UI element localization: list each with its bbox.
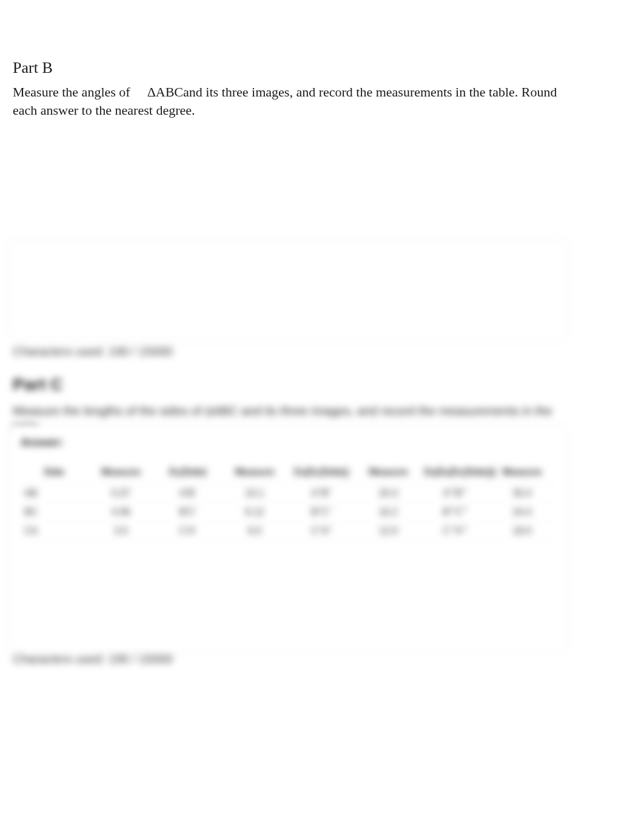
th-d1: D₁(Side) [155, 462, 221, 484]
cell: B''C'' [288, 503, 355, 522]
part-c-answer-panel: Answer: Side Measure D₁(Side) Measure D₂… [9, 425, 567, 652]
cell: AB [21, 484, 87, 503]
th-measure2: Measure [221, 462, 288, 484]
cell: C''A'' [288, 522, 355, 541]
cell: 6.0 [221, 522, 288, 541]
th-d3: D₃(D₂(D₁(Side))) [422, 462, 489, 484]
cell: A'B' [155, 484, 221, 503]
cell: 10.1 [221, 484, 288, 503]
cell: A'''B''' [422, 484, 489, 503]
th-measure1: Measure [87, 462, 154, 484]
part-b-heading: Part B [13, 58, 558, 77]
part-c-char-count: Characters used: 195 / 15000 [13, 652, 173, 666]
part-b-instruction: Measure the angles ofΔABCand its three i… [13, 83, 558, 119]
part-b-char-count: Characters used: 190 / 15000 [13, 345, 173, 359]
cell: B'''C''' [422, 503, 489, 522]
th-d2: D₂(D₁(Side)) [288, 462, 355, 484]
part-c-answer-label: Answer: [21, 436, 555, 449]
cell: C'''A''' [422, 522, 489, 541]
cell: 16.2 [355, 503, 421, 522]
cell: 18.0 [489, 522, 555, 541]
cell: 5.07 [87, 484, 154, 503]
table-row: CA 3.0 C'A' 6.0 C''A'' 12.0 C'''A''' 18.… [21, 522, 555, 541]
cell: 24.4 [489, 503, 555, 522]
part-c-heading: Part C [13, 375, 558, 394]
th-measure3: Measure [355, 462, 421, 484]
cell: 4.06 [87, 503, 154, 522]
cell: BC [21, 503, 87, 522]
table-row: BC 4.06 B'C' 8.12 B''C'' 16.2 B'''C''' 2… [21, 503, 555, 522]
cell: A''B'' [288, 484, 355, 503]
cell: 30.4 [489, 484, 555, 503]
part-b-answer-panel [9, 238, 568, 340]
th-side: Side [21, 462, 87, 484]
th-measure4: Measure [489, 462, 555, 484]
table-row: AB 5.07 A'B' 10.1 A''B'' 20.3 A'''B''' 3… [21, 484, 555, 503]
cell: 3.0 [87, 522, 154, 541]
table-header-row: Side Measure D₁(Side) Measure D₂(D₁(Side… [21, 462, 555, 484]
cell: CA [21, 522, 87, 541]
cell: 12.0 [355, 522, 421, 541]
part-b-text-pre: Measure the angles of [13, 84, 130, 100]
part-c-table: Side Measure D₁(Side) Measure D₂(D₁(Side… [21, 462, 555, 541]
cell: 8.12 [221, 503, 288, 522]
part-b-triangle: ΔABC [147, 84, 183, 100]
cell: C'A' [155, 522, 221, 541]
cell: B'C' [155, 503, 221, 522]
cell: 20.3 [355, 484, 421, 503]
